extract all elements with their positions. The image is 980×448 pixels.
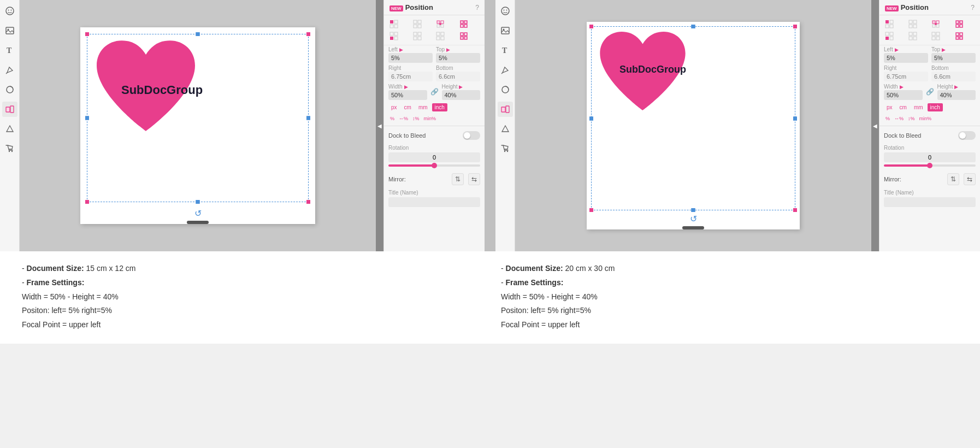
left-panel-toggle[interactable]: ◀ bbox=[376, 0, 383, 251]
align-custom1[interactable] bbox=[435, 19, 446, 30]
align-tc[interactable] bbox=[412, 19, 423, 30]
title-name-input[interactable] bbox=[388, 197, 480, 207]
align-custom3[interactable] bbox=[458, 31, 469, 42]
right-sidebar-icon-text[interactable]: T bbox=[498, 43, 513, 58]
left-doc-size-line: - Document Size: 15 cm x 12 cm bbox=[22, 262, 479, 275]
right-sidebar-icon-face[interactable] bbox=[498, 3, 513, 19]
right-mirror-v-btn[interactable]: ⇆ bbox=[964, 173, 976, 185]
height-input[interactable] bbox=[442, 90, 481, 100]
right-width-input[interactable] bbox=[884, 90, 923, 100]
sidebar-icon-frame[interactable] bbox=[2, 102, 17, 117]
unit-inch[interactable]: inch bbox=[432, 103, 447, 111]
svg-rect-81 bbox=[936, 32, 940, 36]
right-align-bl[interactable] bbox=[884, 31, 895, 42]
right-unit-row-2: % ↔% ↕% min% bbox=[879, 114, 980, 123]
right-align-tc[interactable] bbox=[907, 19, 918, 30]
right-align-custom2[interactable] bbox=[954, 19, 965, 30]
unit-cm[interactable]: cm bbox=[402, 103, 414, 111]
right-rotation-slider[interactable] bbox=[884, 164, 976, 167]
right-align-custom3[interactable] bbox=[954, 31, 965, 42]
right-panel-toggle[interactable]: ◀ bbox=[871, 0, 879, 251]
right-mirror-row: Mirror: ⇅ ⇆ bbox=[879, 171, 980, 187]
mirror-v-btn[interactable]: ⇆ bbox=[468, 173, 480, 185]
right-unit-min-pct[interactable]: min% bbox=[918, 115, 934, 122]
sidebar-icon-shape[interactable] bbox=[2, 121, 17, 137]
sidebar-icon-face[interactable] bbox=[2, 3, 17, 19]
unit-min-pct[interactable]: min% bbox=[422, 115, 438, 122]
right-right-bottom-fields: Right 6.75cm Bottom 6.6cm bbox=[879, 64, 980, 82]
top-input[interactable] bbox=[436, 53, 480, 63]
left-input[interactable] bbox=[388, 53, 433, 63]
right-unit-inch[interactable]: inch bbox=[928, 103, 943, 111]
sidebar-icon-draw[interactable] bbox=[2, 62, 17, 78]
right-sidebar-icon-image[interactable] bbox=[498, 23, 513, 38]
right-right-label: Right bbox=[884, 65, 928, 71]
right-sidebar-icon-circle[interactable] bbox=[498, 82, 513, 97]
svg-point-46 bbox=[506, 10, 507, 11]
right-align-tl[interactable] bbox=[884, 19, 895, 30]
right-unit-mm[interactable]: mm bbox=[911, 103, 926, 111]
right-handle-bl[interactable] bbox=[589, 208, 593, 212]
right-rotation-input[interactable] bbox=[884, 152, 976, 162]
svg-rect-31 bbox=[394, 37, 398, 40]
handle-bc[interactable] bbox=[196, 200, 200, 204]
left-doc-size-value: 15 cm x 12 cm bbox=[86, 264, 135, 273]
align-tl[interactable] bbox=[388, 19, 399, 30]
unit-pct-v[interactable]: ↕% bbox=[411, 115, 421, 122]
handle-br[interactable] bbox=[306, 200, 310, 204]
handle-tr[interactable] bbox=[306, 32, 310, 36]
right-handle-bc[interactable] bbox=[692, 208, 695, 212]
right-panel-title: Position bbox=[901, 3, 929, 11]
right-link-icon[interactable]: 🔗 bbox=[926, 88, 934, 96]
right-top-input[interactable] bbox=[931, 53, 976, 63]
right-unit-pct[interactable]: % bbox=[884, 115, 892, 122]
svg-rect-17 bbox=[414, 25, 417, 28]
unit-px[interactable]: px bbox=[388, 103, 400, 111]
link-icon[interactable]: 🔗 bbox=[430, 88, 439, 96]
right-unit-pct-h[interactable]: ↔% bbox=[893, 115, 905, 122]
right-align-bc[interactable] bbox=[907, 31, 918, 42]
left-scrollbar[interactable] bbox=[187, 221, 209, 224]
right-align-custom1[interactable] bbox=[930, 19, 941, 30]
right-panel-help[interactable]: ? bbox=[971, 4, 975, 11]
svg-point-67 bbox=[935, 23, 937, 25]
unit-pct[interactable]: % bbox=[388, 115, 396, 122]
handle-bl[interactable] bbox=[85, 200, 89, 204]
right-title-name-input[interactable] bbox=[884, 197, 976, 207]
right-dock-toggle[interactable] bbox=[958, 131, 976, 140]
left-panel-help[interactable]: ? bbox=[475, 4, 479, 11]
right-height-input[interactable] bbox=[937, 90, 976, 100]
mirror-h-btn[interactable]: ⇅ bbox=[452, 173, 464, 185]
right-unit-px[interactable]: px bbox=[884, 103, 895, 111]
unit-pct-h[interactable]: ↔% bbox=[397, 115, 410, 122]
right-right-field-group: Right 6.75cm bbox=[884, 65, 928, 81]
right-handle-br[interactable] bbox=[793, 208, 797, 212]
sidebar-icon-circle[interactable] bbox=[2, 82, 17, 97]
right-sidebar-icon-shape[interactable] bbox=[498, 121, 513, 137]
right-handle-mr[interactable] bbox=[793, 116, 797, 120]
align-custom2[interactable] bbox=[458, 19, 469, 30]
right-mirror-h-btn[interactable]: ⇅ bbox=[947, 173, 959, 185]
align-cr[interactable] bbox=[435, 31, 446, 42]
right-sidebar-icon-draw[interactable] bbox=[498, 62, 513, 78]
handle-mr[interactable] bbox=[306, 116, 310, 120]
right-align-cr[interactable] bbox=[930, 31, 941, 42]
unit-mm[interactable]: mm bbox=[416, 103, 430, 111]
right-sidebar-icon-cart[interactable] bbox=[498, 141, 513, 156]
right-unit-pct-v[interactable]: ↕% bbox=[906, 115, 917, 122]
align-bl[interactable] bbox=[388, 31, 399, 42]
sidebar-icon-image[interactable] bbox=[2, 23, 17, 38]
align-bc[interactable] bbox=[412, 31, 423, 42]
rotation-slider[interactable] bbox=[388, 164, 480, 167]
right-scrollbar[interactable] bbox=[682, 226, 704, 229]
right-sidebar-icon-frame[interactable] bbox=[498, 102, 513, 117]
sidebar-icon-text[interactable]: T bbox=[2, 43, 17, 58]
rotation-input[interactable] bbox=[388, 152, 480, 162]
left-panel-title: Position bbox=[405, 3, 433, 11]
width-input[interactable] bbox=[388, 90, 427, 100]
right-handle-tr[interactable] bbox=[793, 25, 797, 28]
right-left-input[interactable] bbox=[884, 53, 928, 63]
dock-toggle[interactable] bbox=[463, 131, 480, 140]
sidebar-icon-cart[interactable] bbox=[2, 141, 17, 156]
right-unit-cm[interactable]: cm bbox=[897, 103, 910, 111]
